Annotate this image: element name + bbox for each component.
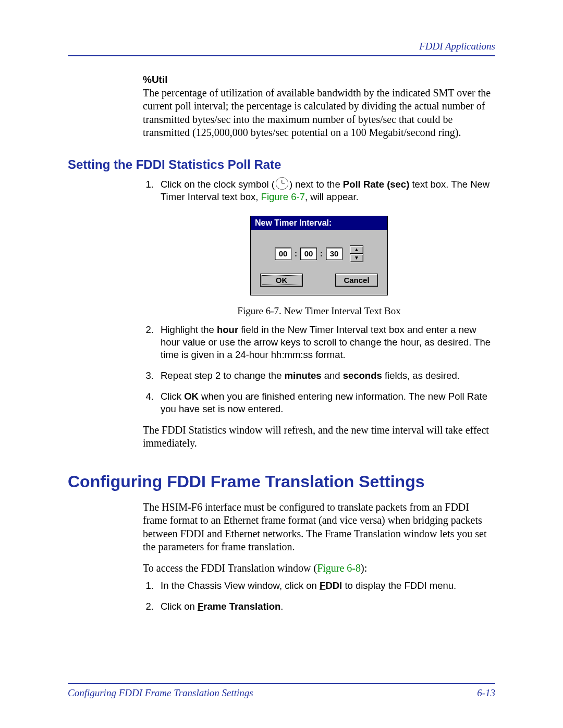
step-1: Click on the clock symbol () next to the… [156, 177, 495, 203]
text-bold: Poll Rate (sec) [343, 179, 410, 190]
poll-rate-content: Click on the clock symbol () next to the… [143, 177, 495, 450]
hours-field[interactable]: 00 [275, 248, 291, 260]
spin-down-button[interactable]: ▼ [350, 254, 363, 262]
util-block: %Util The percentage of utilization of a… [143, 74, 495, 140]
text: Click on [161, 601, 198, 612]
text-bold: seconds [343, 370, 382, 381]
step-3: Repeat step 2 to change the minutes and … [156, 369, 495, 382]
frame-translation-p2: To access the FDDI Translation window (F… [143, 562, 495, 575]
text: Highlight the [161, 324, 217, 335]
colon: : [293, 249, 298, 258]
poll-rate-steps: Click on the clock symbol () next to the… [143, 177, 495, 203]
dialog-body: 00 : 00 : 30 ▲ ▼ OK Cancel [251, 230, 387, 295]
text: In the Chassis View window, click on [161, 580, 320, 591]
ft-step-1: In the Chassis View window, click on FDD… [156, 579, 495, 592]
text: and [322, 370, 343, 381]
document-page: FDDI Applications %Util The percentage o… [0, 0, 563, 728]
seconds-field[interactable]: 30 [326, 248, 342, 260]
text: ) next to the [289, 179, 343, 190]
text-bold: rame Translation [203, 601, 280, 612]
text-bold: DDI [325, 580, 342, 591]
timer-dialog: New Timer Interval: 00 : 00 : 30 ▲ ▼ [250, 216, 388, 295]
text: ): [361, 562, 367, 574]
time-row: 00 : 00 : 30 ▲ ▼ [275, 245, 363, 262]
clock-icon [276, 177, 288, 190]
footer: Configuring FDDI Frame Translation Setti… [68, 683, 495, 699]
cancel-button[interactable]: Cancel [335, 274, 378, 287]
text: Repeat step 2 to change the [161, 370, 285, 381]
ft-step-2: Click on Frame Translation. [156, 600, 495, 613]
figure-link[interactable]: Figure 6-8 [317, 562, 361, 574]
poll-rate-steps-cont: Highlight the hour field in the New Time… [143, 324, 495, 415]
header-section-label: FDDI Applications [68, 41, 495, 52]
util-heading: %Util [143, 74, 495, 85]
header-rule [68, 55, 495, 56]
figure-link[interactable]: Figure 6-7 [261, 191, 305, 202]
spin-up-button[interactable]: ▲ [350, 245, 363, 254]
util-body: The percentage of utilization of availab… [143, 87, 495, 140]
frame-translation-content: The HSIM-F6 interface must be configured… [143, 501, 495, 613]
text-underline: F [198, 601, 203, 612]
text: to display the FDDI menu. [342, 580, 456, 591]
footer-rule [68, 683, 495, 684]
text-bold: hour [217, 324, 238, 335]
dialog-button-row: OK Cancel [260, 274, 378, 287]
text-bold: minutes [285, 370, 322, 381]
text: , will appear. [305, 191, 359, 202]
text: To access the FDDI Translation window ( [143, 562, 317, 574]
minutes-field[interactable]: 00 [300, 248, 317, 260]
dialog-title: New Timer Interval: [251, 216, 387, 230]
figure-caption: Figure 6-7. New Timer Interval Text Box [143, 305, 495, 317]
frame-translation-p1: The HSIM-F6 interface must be configured… [143, 501, 495, 554]
text-underline: F [320, 580, 325, 591]
page-number: 6-13 [477, 687, 495, 699]
section-heading-poll-rate: Setting the FDDI Statistics Poll Rate [68, 157, 495, 172]
frame-translation-steps: In the Chassis View window, click on FDD… [143, 579, 495, 613]
poll-rate-closing: The FDDI Statistics window will refresh,… [143, 424, 495, 450]
colon: : [319, 249, 324, 258]
text: . [280, 601, 283, 612]
text-bold: OK [184, 391, 199, 402]
text: fields, as desired. [382, 370, 460, 381]
step-2: Highlight the hour field in the New Time… [156, 324, 495, 361]
ok-button[interactable]: OK [260, 274, 303, 287]
footer-left: Configuring FDDI Frame Translation Setti… [68, 687, 253, 699]
text: Click on the clock symbol ( [161, 179, 275, 190]
spinner: ▲ ▼ [350, 245, 363, 262]
section-heading-frame-translation: Configuring FDDI Frame Translation Setti… [68, 472, 495, 491]
figure-6-7: New Timer Interval: 00 : 00 : 30 ▲ ▼ [143, 216, 495, 317]
text: Click [161, 391, 184, 402]
step-4: Click OK when you are finished entering … [156, 390, 495, 415]
text: when you are finished entering new infor… [161, 391, 487, 414]
